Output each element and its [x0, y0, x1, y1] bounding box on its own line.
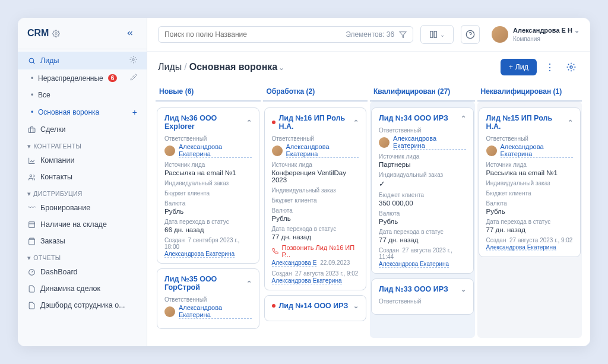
creator-link[interactable]: Александрова Екатерина	[379, 261, 449, 268]
dot-icon	[272, 304, 276, 308]
assignee-link[interactable]: Александрова Екатерина	[286, 143, 359, 158]
cart-icon	[27, 237, 36, 245]
collapse-icon[interactable]: ⌃	[246, 280, 252, 287]
column-qualified: Квалифицирован (27) Лид №34 ООО ИРЗ⌃ Отв…	[370, 83, 475, 338]
dot-icon	[272, 121, 276, 124]
sidebar-item-booking[interactable]: 〰 Бронирование	[18, 200, 147, 216]
avatar	[272, 145, 283, 156]
column-header[interactable]: Неквалифицирован (1)	[477, 83, 582, 102]
gear-icon[interactable]	[129, 56, 137, 64]
wave-icon: 〰	[27, 204, 36, 212]
collapse-button[interactable]	[123, 26, 137, 40]
column-header[interactable]: Квалифицирован (27)	[370, 83, 475, 102]
count-badge: 6	[108, 74, 118, 82]
doc-icon	[27, 301, 36, 309]
sidebar-item-deal-dynamics[interactable]: Динамика сделок	[18, 280, 147, 297]
column-new: Новые (6) Лид №36 ООО Explorer⌃ Ответств…	[156, 83, 261, 338]
avatar	[164, 145, 175, 156]
avatar	[492, 26, 508, 43]
pencil-icon[interactable]	[130, 74, 137, 81]
gauge-icon	[27, 268, 36, 276]
chevron-down-icon[interactable]: ⌄	[278, 64, 284, 72]
svg-point-4	[30, 175, 31, 176]
lead-card[interactable]: Лид №14 ООО ИРЗ⌄	[264, 295, 367, 321]
assignee-link[interactable]: Александрова Екатерина	[179, 304, 252, 319]
svg-point-2	[132, 59, 134, 61]
call-action[interactable]: Позвонить Лид №16 ИП Р...	[272, 244, 359, 258]
filter-icon[interactable]	[399, 31, 407, 39]
collapse-icon[interactable]: ⌃	[246, 119, 252, 126]
chart-icon	[27, 156, 36, 164]
creator-link[interactable]: Александрова Екатерина	[164, 251, 235, 258]
sidebar-item-dashboard[interactable]: DashBoard	[18, 264, 147, 280]
sidebar-item-emp-dashboard[interactable]: Дэшборд сотрудника о...	[18, 297, 147, 314]
svg-point-10	[570, 66, 572, 68]
svg-rect-3	[28, 128, 35, 132]
add-lead-button[interactable]: + Лид	[501, 59, 537, 75]
sidebar-item-deals[interactable]: Сделки	[18, 121, 147, 138]
kanban-board: Новые (6) Лид №36 ООО Explorer⌃ Ответств…	[147, 83, 590, 346]
doc-icon	[27, 284, 36, 293]
collapse-icon[interactable]: ⌃	[461, 115, 466, 122]
sidebar: CRM Лиды Нераспределенные 6 Все Основная…	[18, 18, 147, 346]
column-unqualified: Неквалифицирован (1) Лид №15 ИП Роль Н.А…	[477, 83, 582, 338]
expand-icon[interactable]: ⌄	[353, 302, 359, 310]
column-header[interactable]: Обработка (2)	[263, 83, 368, 102]
briefcase-icon	[27, 125, 36, 134]
sidebar-item-contacts[interactable]: Контакты	[18, 169, 147, 185]
section-distribution: ▾ДИСТРИБУЦИЯ	[18, 185, 147, 200]
lead-card[interactable]: Лид №36 ООО Explorer⌃ ОтветственныйАлекс…	[157, 107, 259, 264]
lead-card[interactable]: Лид №34 ООО ИРЗ⌃ ОтветственныйАлександро…	[371, 107, 474, 274]
layout-toggle[interactable]: ⌄	[420, 25, 454, 44]
settings-button[interactable]	[563, 59, 580, 75]
avatar	[164, 306, 175, 317]
avatar	[379, 137, 390, 148]
creator-link[interactable]: Александрова Екатерина	[272, 277, 342, 284]
lead-card[interactable]: Лид №33 ООО ИРЗ⌄ Ответственный	[371, 278, 474, 315]
svg-point-1	[29, 58, 34, 63]
collapse-icon[interactable]: ⌃	[353, 119, 359, 126]
creator-link[interactable]: Александрова Екатерина	[486, 244, 556, 251]
user-company: Компания	[513, 35, 580, 43]
breadcrumb: Лиды/Основная воронка⌄	[158, 62, 284, 72]
search-bar[interactable]: Элементов: 36	[158, 26, 413, 43]
user-menu[interactable]: Александрова Е Н Компания	[487, 26, 580, 43]
box-icon	[27, 220, 36, 229]
help-button[interactable]	[461, 25, 480, 44]
avatar	[486, 145, 497, 156]
section-contractors: ▾КОНТРАГЕНТЫ	[18, 138, 147, 152]
assignee-link[interactable]: Александрова Екатерина	[179, 143, 252, 158]
users-icon	[27, 173, 36, 181]
sidebar-sub-all[interactable]: Все	[18, 87, 147, 103]
sidebar-sub-funnel[interactable]: Основная воронка +	[18, 103, 147, 121]
assignee-link[interactable]: Александрова Екатерина	[501, 143, 574, 158]
svg-rect-5	[28, 221, 34, 227]
sidebar-sub-unassigned[interactable]: Нераспределенные 6	[18, 69, 147, 87]
search-icon	[27, 56, 36, 65]
column-header[interactable]: Новые (6)	[156, 83, 261, 102]
collapse-icon[interactable]: ⌃	[568, 119, 573, 126]
svg-rect-7	[430, 31, 433, 38]
gear-icon	[52, 30, 60, 37]
svg-point-0	[55, 32, 57, 34]
expand-icon[interactable]: ⌄	[461, 286, 466, 293]
check-icon: ✓	[379, 179, 466, 188]
sidebar-item-companies[interactable]: Компании	[18, 152, 147, 169]
lead-card[interactable]: Лид №15 ИП Роль Н.А.⌃ ОтветственныйАлекс…	[479, 107, 581, 257]
section-reports: ▾ОТЧЕТЫ	[18, 249, 147, 264]
result-count: Элементов: 36	[346, 30, 394, 39]
sidebar-item-leads[interactable]: Лиды	[18, 52, 147, 69]
lead-card[interactable]: Лид №35 ООО ГорСтрой⌃ ОтветственныйАлекс…	[157, 268, 259, 329]
sidebar-item-stock[interactable]: Наличие на складе	[18, 216, 147, 233]
plus-icon[interactable]: +	[132, 107, 137, 117]
phone-icon	[272, 248, 278, 255]
assignee-link[interactable]: Александрова Екатерина	[393, 135, 466, 150]
search-input[interactable]	[164, 30, 341, 39]
more-button[interactable]: ⋮	[542, 59, 558, 75]
user-name: Александрова Е Н	[513, 26, 580, 34]
sidebar-item-orders[interactable]: Заказы	[18, 233, 147, 249]
lead-card[interactable]: Лид №16 ИП Роль Н.А.⌃ ОтветственныйАлекс…	[264, 107, 367, 290]
svg-rect-8	[434, 31, 436, 38]
column-processing: Обработка (2) Лид №16 ИП Роль Н.А.⌃ Отве…	[263, 83, 368, 338]
brand[interactable]: CRM	[27, 28, 60, 39]
